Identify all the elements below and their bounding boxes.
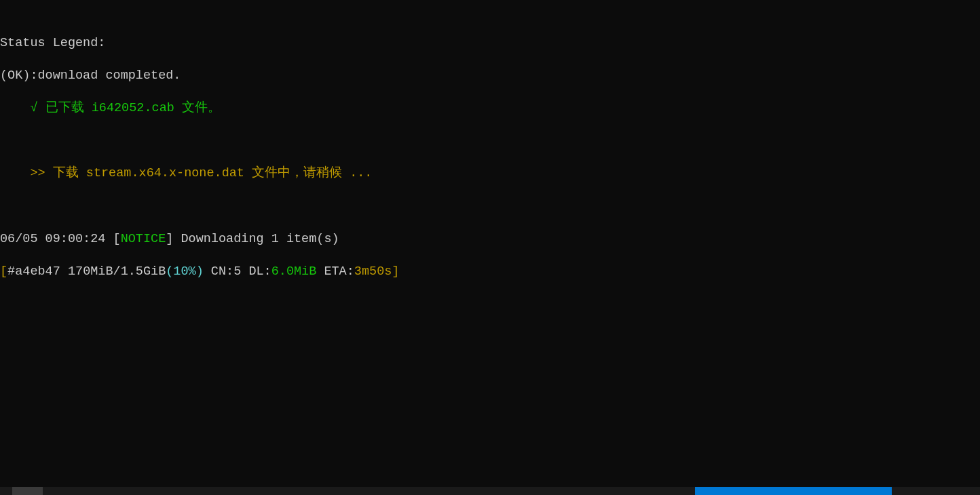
progress-percent: (10%) <box>166 264 204 279</box>
progress-eta-prefix: ETA: <box>316 264 354 279</box>
progress-dl-speed: 6.0MiB <box>271 264 317 279</box>
progress-line: [#a4eb47 170MiB/1.5GiB(10%) CN:5 DL:6.0M… <box>0 264 980 280</box>
notice-label: NOTICE <box>121 232 166 246</box>
notice-line: 06/05 09:00:24 [NOTICE] Downloading 1 it… <box>0 231 980 248</box>
taskbar <box>0 487 980 495</box>
blank-line <box>0 133 980 149</box>
progress-bracket-close: ] <box>392 264 399 279</box>
status-legend-header: Status Legend: <box>0 35 980 52</box>
progress-eta-value: 3m50s <box>354 264 392 279</box>
taskbar-segment <box>12 487 43 495</box>
terminal-output[interactable]: Status Legend: (OK):download completed. … <box>0 19 980 296</box>
blank-line <box>0 199 980 215</box>
taskbar-active-window[interactable] <box>695 487 892 495</box>
notice-timestamp: 06/05 09:00:24 <box>0 232 113 246</box>
notice-bracket-open: [ <box>113 232 121 246</box>
notice-message: Downloading 1 item(s) <box>173 232 339 246</box>
status-legend-ok: (OK):download completed. <box>0 68 980 84</box>
progress-id-size: #a4eb47 170MiB/1.5GiB <box>7 264 166 279</box>
taskbar-tray <box>892 487 980 495</box>
progress-bracket-open: [ <box>0 264 7 279</box>
progress-cn-dl-prefix: CN:5 DL: <box>204 264 271 279</box>
downloading-file-line: >> 下载 stream.x64.x-none.dat 文件中，请稍候 ... <box>0 165 980 182</box>
notice-bracket-close: ] <box>166 232 173 246</box>
downloaded-file-line: √ 已下载 i642052.cab 文件。 <box>0 100 980 117</box>
